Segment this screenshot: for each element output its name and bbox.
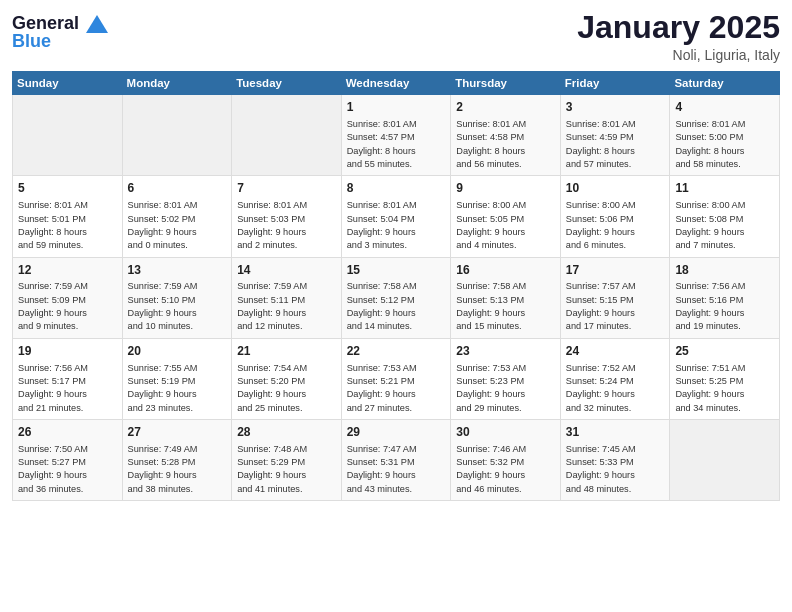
calendar-cell: 31Sunrise: 7:45 AM Sunset: 5:33 PM Dayli… — [560, 419, 670, 500]
svg-marker-0 — [86, 15, 108, 33]
day-number: 30 — [456, 424, 555, 441]
calendar-cell: 28Sunrise: 7:48 AM Sunset: 5:29 PM Dayli… — [232, 419, 342, 500]
day-info: Sunrise: 8:01 AM Sunset: 5:03 PM Dayligh… — [237, 199, 336, 252]
calendar-cell: 13Sunrise: 7:59 AM Sunset: 5:10 PM Dayli… — [122, 257, 232, 338]
calendar-week-row: 1Sunrise: 8:01 AM Sunset: 4:57 PM Daylig… — [13, 95, 780, 176]
calendar-cell: 10Sunrise: 8:00 AM Sunset: 5:06 PM Dayli… — [560, 176, 670, 257]
day-info: Sunrise: 7:56 AM Sunset: 5:17 PM Dayligh… — [18, 362, 117, 415]
weekday-header: Monday — [122, 72, 232, 95]
day-info: Sunrise: 7:55 AM Sunset: 5:19 PM Dayligh… — [128, 362, 227, 415]
weekday-row: SundayMondayTuesdayWednesdayThursdayFrid… — [13, 72, 780, 95]
day-number: 27 — [128, 424, 227, 441]
calendar-cell: 29Sunrise: 7:47 AM Sunset: 5:31 PM Dayli… — [341, 419, 451, 500]
day-number: 26 — [18, 424, 117, 441]
calendar-cell: 7Sunrise: 8:01 AM Sunset: 5:03 PM Daylig… — [232, 176, 342, 257]
month-title: January 2025 — [577, 10, 780, 45]
calendar-cell: 18Sunrise: 7:56 AM Sunset: 5:16 PM Dayli… — [670, 257, 780, 338]
day-number: 11 — [675, 180, 774, 197]
calendar-cell: 26Sunrise: 7:50 AM Sunset: 5:27 PM Dayli… — [13, 419, 123, 500]
day-number: 29 — [347, 424, 446, 441]
logo-icon — [86, 15, 108, 33]
day-info: Sunrise: 7:56 AM Sunset: 5:16 PM Dayligh… — [675, 280, 774, 333]
calendar-cell: 2Sunrise: 8:01 AM Sunset: 4:58 PM Daylig… — [451, 95, 561, 176]
calendar-cell: 16Sunrise: 7:58 AM Sunset: 5:13 PM Dayli… — [451, 257, 561, 338]
weekday-header: Tuesday — [232, 72, 342, 95]
day-number: 1 — [347, 99, 446, 116]
calendar-cell: 19Sunrise: 7:56 AM Sunset: 5:17 PM Dayli… — [13, 338, 123, 419]
calendar-cell: 12Sunrise: 7:59 AM Sunset: 5:09 PM Dayli… — [13, 257, 123, 338]
weekday-header: Sunday — [13, 72, 123, 95]
day-info: Sunrise: 8:00 AM Sunset: 5:08 PM Dayligh… — [675, 199, 774, 252]
day-info: Sunrise: 8:00 AM Sunset: 5:06 PM Dayligh… — [566, 199, 665, 252]
day-info: Sunrise: 7:54 AM Sunset: 5:20 PM Dayligh… — [237, 362, 336, 415]
calendar-cell: 15Sunrise: 7:58 AM Sunset: 5:12 PM Dayli… — [341, 257, 451, 338]
weekday-header: Friday — [560, 72, 670, 95]
day-info: Sunrise: 8:00 AM Sunset: 5:05 PM Dayligh… — [456, 199, 555, 252]
calendar-cell: 17Sunrise: 7:57 AM Sunset: 5:15 PM Dayli… — [560, 257, 670, 338]
day-number: 12 — [18, 262, 117, 279]
day-info: Sunrise: 7:50 AM Sunset: 5:27 PM Dayligh… — [18, 443, 117, 496]
day-number: 23 — [456, 343, 555, 360]
title-block: January 2025 Noli, Liguria, Italy — [577, 10, 780, 63]
day-number: 31 — [566, 424, 665, 441]
day-info: Sunrise: 8:01 AM Sunset: 5:04 PM Dayligh… — [347, 199, 446, 252]
header: General Blue January 2025 Noli, Liguria,… — [12, 10, 780, 63]
calendar-cell — [122, 95, 232, 176]
calendar-cell: 5Sunrise: 8:01 AM Sunset: 5:01 PM Daylig… — [13, 176, 123, 257]
calendar-cell — [232, 95, 342, 176]
calendar-cell: 23Sunrise: 7:53 AM Sunset: 5:23 PM Dayli… — [451, 338, 561, 419]
calendar-cell: 8Sunrise: 8:01 AM Sunset: 5:04 PM Daylig… — [341, 176, 451, 257]
calendar-body: 1Sunrise: 8:01 AM Sunset: 4:57 PM Daylig… — [13, 95, 780, 501]
calendar-week-row: 12Sunrise: 7:59 AM Sunset: 5:09 PM Dayli… — [13, 257, 780, 338]
calendar-week-row: 19Sunrise: 7:56 AM Sunset: 5:17 PM Dayli… — [13, 338, 780, 419]
day-info: Sunrise: 7:46 AM Sunset: 5:32 PM Dayligh… — [456, 443, 555, 496]
day-info: Sunrise: 7:47 AM Sunset: 5:31 PM Dayligh… — [347, 443, 446, 496]
day-number: 14 — [237, 262, 336, 279]
calendar-cell: 11Sunrise: 8:00 AM Sunset: 5:08 PM Dayli… — [670, 176, 780, 257]
day-number: 16 — [456, 262, 555, 279]
day-info: Sunrise: 7:49 AM Sunset: 5:28 PM Dayligh… — [128, 443, 227, 496]
day-number: 15 — [347, 262, 446, 279]
day-info: Sunrise: 7:59 AM Sunset: 5:09 PM Dayligh… — [18, 280, 117, 333]
weekday-header: Saturday — [670, 72, 780, 95]
day-info: Sunrise: 7:45 AM Sunset: 5:33 PM Dayligh… — [566, 443, 665, 496]
day-number: 4 — [675, 99, 774, 116]
day-number: 17 — [566, 262, 665, 279]
day-info: Sunrise: 7:58 AM Sunset: 5:13 PM Dayligh… — [456, 280, 555, 333]
calendar-cell — [13, 95, 123, 176]
day-info: Sunrise: 7:59 AM Sunset: 5:10 PM Dayligh… — [128, 280, 227, 333]
calendar-header: SundayMondayTuesdayWednesdayThursdayFrid… — [13, 72, 780, 95]
day-info: Sunrise: 8:01 AM Sunset: 4:59 PM Dayligh… — [566, 118, 665, 171]
calendar-cell: 24Sunrise: 7:52 AM Sunset: 5:24 PM Dayli… — [560, 338, 670, 419]
day-info: Sunrise: 7:51 AM Sunset: 5:25 PM Dayligh… — [675, 362, 774, 415]
day-info: Sunrise: 8:01 AM Sunset: 5:00 PM Dayligh… — [675, 118, 774, 171]
day-info: Sunrise: 7:48 AM Sunset: 5:29 PM Dayligh… — [237, 443, 336, 496]
logo: General Blue — [12, 14, 108, 52]
day-number: 9 — [456, 180, 555, 197]
day-info: Sunrise: 7:53 AM Sunset: 5:23 PM Dayligh… — [456, 362, 555, 415]
day-info: Sunrise: 8:01 AM Sunset: 5:01 PM Dayligh… — [18, 199, 117, 252]
day-number: 10 — [566, 180, 665, 197]
day-info: Sunrise: 8:01 AM Sunset: 4:58 PM Dayligh… — [456, 118, 555, 171]
day-number: 3 — [566, 99, 665, 116]
day-info: Sunrise: 7:59 AM Sunset: 5:11 PM Dayligh… — [237, 280, 336, 333]
day-info: Sunrise: 8:01 AM Sunset: 5:02 PM Dayligh… — [128, 199, 227, 252]
calendar-cell: 6Sunrise: 8:01 AM Sunset: 5:02 PM Daylig… — [122, 176, 232, 257]
calendar-cell: 25Sunrise: 7:51 AM Sunset: 5:25 PM Dayli… — [670, 338, 780, 419]
day-number: 22 — [347, 343, 446, 360]
calendar-cell: 30Sunrise: 7:46 AM Sunset: 5:32 PM Dayli… — [451, 419, 561, 500]
calendar-container: General Blue January 2025 Noli, Liguria,… — [0, 0, 792, 509]
location: Noli, Liguria, Italy — [577, 47, 780, 63]
calendar-cell: 21Sunrise: 7:54 AM Sunset: 5:20 PM Dayli… — [232, 338, 342, 419]
day-number: 21 — [237, 343, 336, 360]
calendar-cell: 27Sunrise: 7:49 AM Sunset: 5:28 PM Dayli… — [122, 419, 232, 500]
day-info: Sunrise: 7:58 AM Sunset: 5:12 PM Dayligh… — [347, 280, 446, 333]
weekday-header: Thursday — [451, 72, 561, 95]
day-info: Sunrise: 8:01 AM Sunset: 4:57 PM Dayligh… — [347, 118, 446, 171]
logo-blue-text: Blue — [12, 31, 108, 52]
day-info: Sunrise: 7:57 AM Sunset: 5:15 PM Dayligh… — [566, 280, 665, 333]
calendar-cell: 9Sunrise: 8:00 AM Sunset: 5:05 PM Daylig… — [451, 176, 561, 257]
calendar-cell: 1Sunrise: 8:01 AM Sunset: 4:57 PM Daylig… — [341, 95, 451, 176]
day-number: 13 — [128, 262, 227, 279]
weekday-header: Wednesday — [341, 72, 451, 95]
